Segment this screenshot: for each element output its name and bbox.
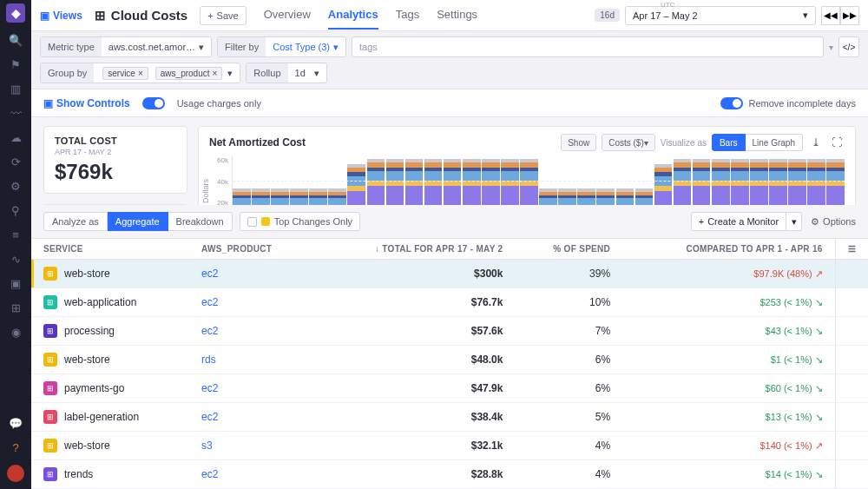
rum-icon[interactable]: ▣ (9, 276, 23, 290)
logo-icon[interactable]: ◆ (6, 3, 25, 23)
time-badge: 16d (595, 9, 620, 22)
apm-icon[interactable]: ▥ (9, 82, 23, 96)
pct-cell: 4% (515, 460, 622, 489)
time-prev-button[interactable]: ◀◀ (821, 6, 840, 25)
options-button[interactable]: ⚙ Options (811, 216, 856, 228)
compared-cell: $43 (< 1%) ↘ (766, 326, 823, 337)
chat-icon[interactable]: 💬 (9, 416, 23, 430)
metrics-icon[interactable]: 〰 (9, 106, 23, 120)
compared-cell: $97.9K (48%) ↗ (753, 268, 822, 280)
service-icon: ⊞ (43, 353, 57, 367)
service-name: trends (64, 468, 93, 480)
logs-icon[interactable]: ≡ (9, 228, 23, 241)
table-row[interactable]: ⊞trendsec2$28.8k4%$14 (< 1%) ↘ (31, 460, 868, 489)
more-icon[interactable]: ⊞ (9, 301, 23, 314)
service-icon: ⊞ (43, 467, 57, 481)
col-compared[interactable]: COMPARED TO APR 1 - APR 16 (622, 239, 835, 260)
pct-cell: 4% (515, 432, 622, 460)
pct-cell: 5% (515, 403, 622, 432)
search-icon[interactable]: 🔍 (9, 33, 23, 47)
col-service[interactable]: SERVICE (31, 239, 189, 260)
table-row[interactable]: ⊞label-generationec2$38.4k5%$13 (< 1%) ↘ (31, 403, 868, 432)
col-total[interactable]: ↓ TOTAL FOR APR 17 - MAY 2 (314, 239, 515, 260)
tab-settings[interactable]: Settings (437, 1, 477, 30)
visualize-label: Visualize as (661, 138, 707, 148)
total-cell: $76.7k (314, 288, 515, 317)
table-row[interactable]: ⊞processingec2$57.6k7%$43 (< 1%) ↘ (31, 317, 868, 346)
aggregate-button[interactable]: Aggregate (108, 212, 168, 231)
chart-plot[interactable] (232, 156, 845, 205)
ci-icon[interactable]: ⟳ (9, 155, 23, 169)
col-filter-icon[interactable]: ☰ (835, 239, 868, 260)
user-avatar[interactable] (7, 465, 24, 482)
time-range-selector[interactable]: UTC Apr 17 – May 2▾ (625, 6, 816, 25)
code-toggle[interactable]: </> (838, 36, 859, 57)
product-link[interactable]: ec2 (201, 468, 218, 480)
time-next-button[interactable]: ▶▶ (840, 6, 859, 25)
col-product[interactable]: AWS_PRODUCT (189, 239, 314, 260)
chart-title: Net Amortized Cost (209, 136, 306, 149)
left-nav-rail: ◆ 🔍 ⚑ ▥ 〰 ☁ ⟳ ⚙ ⚲ ≡ ∿ ▣ ⊞ ◉ 💬 ? (0, 0, 31, 489)
usage-charges-label: Usage charges only (177, 98, 261, 109)
tab-analytics[interactable]: Analytics (328, 1, 378, 30)
product-link[interactable]: rds (201, 354, 216, 366)
create-monitor-button[interactable]: + Create a Monitor ▾ (691, 212, 802, 231)
table-row[interactable]: ⊞web-storeec2$300k39%$97.9K (48%) ↗ (31, 260, 868, 288)
compared-cell: $1 (< 1%) ↘ (771, 354, 823, 366)
docs-icon[interactable]: ◉ (9, 325, 23, 339)
product-link[interactable]: ec2 (201, 411, 218, 423)
usage-charges-toggle[interactable] (142, 97, 165, 109)
total-cell: $32.1k (314, 432, 515, 460)
table-row[interactable]: ⊞web-applicationec2$76.7k10%$253 (< 1%) … (31, 288, 868, 317)
costs-dropdown[interactable]: Costs ($) (602, 134, 655, 151)
page-title: ⊞ Cloud Costs (95, 8, 187, 23)
control-bar: ▣ Show Controls Usage charges only Remov… (31, 89, 868, 117)
save-button[interactable]: + Save (200, 6, 247, 25)
export-icon[interactable]: ⤓ (808, 135, 824, 150)
monitor-icon[interactable]: ⚑ (9, 57, 23, 71)
breakdown-button[interactable]: Breakdown (168, 212, 233, 231)
cloud-icon[interactable]: ☁ (9, 130, 23, 144)
viz-bars[interactable]: Bars (712, 134, 746, 151)
table-row[interactable]: ⊞payments-goec2$47.9k6%$60 (< 1%) ↘ (31, 374, 868, 403)
rollup-selector[interactable]: Rollup 1d ▾ (246, 63, 327, 83)
compared-cell: $140 (< 1%) ↗ (760, 440, 822, 452)
table-row[interactable]: ⊞web-storerds$48.0k6%$1 (< 1%) ↘ (31, 346, 868, 374)
service-name: payments-go (64, 382, 124, 394)
groupby-tag-service[interactable]: service × (102, 67, 148, 80)
product-link[interactable]: ec2 (201, 296, 218, 308)
service-icon: ⊞ (43, 410, 57, 424)
groupby-tag-product[interactable]: aws_product × (155, 67, 223, 80)
top-bar: ▣ Views ⊞ Cloud Costs + Save Overview An… (31, 0, 868, 31)
total-cell: $48.0k (314, 346, 515, 374)
views-link[interactable]: ▣ Views (40, 10, 82, 22)
remove-incomplete-toggle[interactable] (720, 97, 743, 109)
top-changes-toggle[interactable]: Top Changes Only (240, 212, 361, 231)
viz-line[interactable]: Line Graph (746, 134, 803, 151)
filter-bar: Metric type aws.cost.net.amor… ▾ Filter … (31, 31, 868, 89)
infra-icon[interactable]: ⚲ (9, 203, 23, 217)
col-spend[interactable]: % OF SPEND (515, 239, 622, 260)
tab-overview[interactable]: Overview (264, 1, 311, 30)
product-link[interactable]: ec2 (201, 325, 218, 337)
product-link[interactable]: s3 (201, 439, 213, 452)
pct-cell: 39% (515, 260, 622, 288)
show-button[interactable]: Show (561, 134, 596, 151)
pct-cell: 7% (515, 317, 622, 346)
security-icon[interactable]: ⚙ (9, 179, 23, 193)
filter-selector[interactable]: Filter by Cost Type (3) ▾ (217, 36, 346, 57)
product-link[interactable]: ec2 (201, 382, 218, 394)
service-icon: ⊞ (43, 439, 57, 453)
help-icon[interactable]: ? (9, 440, 23, 454)
tab-tags[interactable]: Tags (396, 1, 419, 30)
product-link[interactable]: ec2 (201, 268, 218, 280)
network-icon[interactable]: ∿ (9, 252, 23, 266)
metric-selector[interactable]: Metric type aws.cost.net.amor… ▾ (40, 36, 212, 57)
pct-cell: 10% (515, 288, 622, 317)
total-cost-card: TOTAL COST APR 17 - MAY 2 $769k (43, 126, 187, 194)
tags-input[interactable]: tags (352, 36, 824, 57)
fullscreen-icon[interactable]: ⛶ (829, 135, 845, 150)
table-row[interactable]: ⊞web-stores3$32.1k4%$140 (< 1%) ↗ (31, 432, 868, 460)
show-controls-link[interactable]: ▣ Show Controls (43, 97, 130, 109)
groupby-selector[interactable]: Group by service × aws_product × ▾ (40, 63, 240, 83)
